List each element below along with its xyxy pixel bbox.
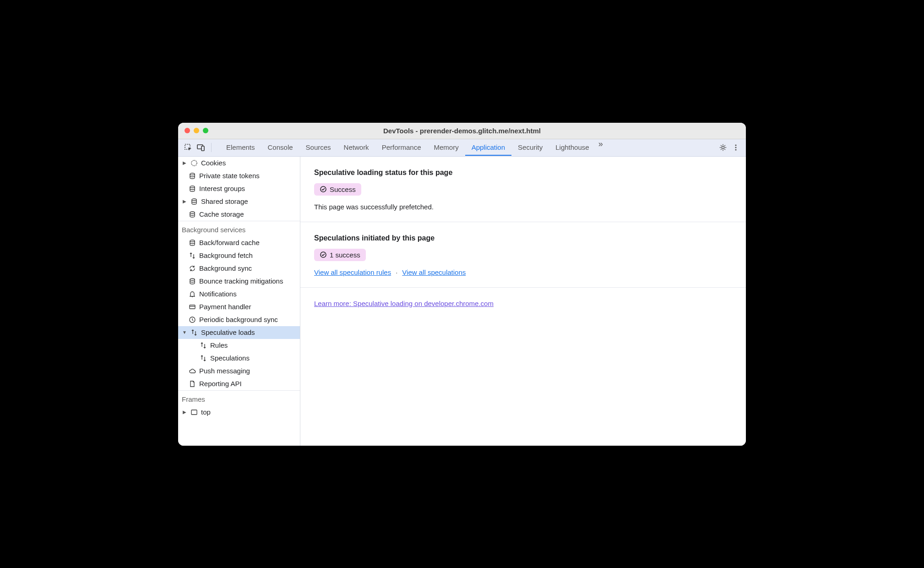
separator-dot: ·	[396, 268, 397, 276]
frame-icon	[190, 408, 198, 416]
learn-more-section: Learn more: Speculative loading on devel…	[300, 288, 746, 319]
sidebar-item-label: Notifications	[199, 290, 237, 298]
svg-point-7	[191, 160, 197, 166]
tab-security[interactable]: Security	[511, 139, 549, 156]
tab-lighthouse[interactable]: Lighthouse	[549, 139, 595, 156]
svg-point-5	[735, 147, 736, 148]
sidebar-group-frames: Frames	[178, 390, 300, 406]
separator	[211, 143, 212, 152]
sidebar-item-private-state-tokens[interactable]: Private state tokens	[178, 169, 300, 182]
svg-point-8	[190, 173, 195, 175]
links-row: View all speculation rules · View all sp…	[314, 268, 732, 276]
sidebar-item-cookies[interactable]: ▶ Cookies	[178, 157, 300, 169]
close-button[interactable]	[185, 128, 190, 133]
svg-point-11	[190, 212, 195, 213]
sidebar-item-interest-groups[interactable]: Interest groups	[178, 182, 300, 195]
sidebar-item-bounce-tracking[interactable]: Bounce tracking mitigations	[178, 275, 300, 288]
svg-rect-2	[201, 146, 204, 151]
sidebar-item-payment-handler[interactable]: Payment handler	[178, 300, 300, 313]
database-icon	[190, 197, 198, 206]
chevron-down-icon: ▼	[182, 330, 187, 335]
sidebar-item-speculative-loads[interactable]: ▼ Speculative loads	[178, 326, 300, 339]
status-text: This page was successfully prefetched.	[314, 203, 732, 211]
sidebar-item-background-fetch[interactable]: Background fetch	[178, 249, 300, 262]
bell-icon	[188, 290, 196, 298]
sidebar-item-label: Private state tokens	[199, 172, 260, 180]
sidebar-item-cache-storage[interactable]: Cache storage	[178, 208, 300, 221]
initiated-badge: 1 success	[314, 249, 366, 261]
svg-point-4	[735, 144, 736, 146]
chevron-right-icon: ▶	[182, 410, 187, 415]
sync-icon	[188, 264, 196, 273]
toolbar: Elements Console Sources Network Perform…	[178, 139, 746, 157]
database-icon	[188, 210, 196, 218]
document-icon	[188, 380, 196, 388]
chevron-right-icon: ▶	[182, 199, 187, 204]
badge-label: 1 success	[330, 251, 360, 259]
sidebar-item-label: Speculations	[210, 354, 250, 362]
link-view-rules[interactable]: View all speculation rules	[314, 268, 391, 276]
sidebar-item-label: Back/forward cache	[199, 239, 260, 246]
sidebar-item-background-sync[interactable]: Background sync	[178, 262, 300, 275]
tab-application[interactable]: Application	[465, 139, 511, 156]
sidebar-item-top-frame[interactable]: ▶ top	[178, 406, 300, 419]
sidebar-item-label: Cookies	[201, 159, 226, 167]
sidebar-item-back-forward-cache[interactable]: Back/forward cache	[178, 236, 300, 249]
sidebar-item-label: Bounce tracking mitigations	[199, 277, 283, 285]
cloud-icon	[188, 367, 196, 375]
device-toggle-icon[interactable]	[196, 142, 207, 153]
sidebar-item-label: Background sync	[199, 264, 252, 272]
sidebar-item-label: Speculative loads	[201, 328, 255, 336]
status-badge: Success	[314, 183, 361, 196]
svg-point-3	[722, 146, 724, 148]
status-section: Speculative loading status for this page…	[300, 157, 746, 222]
settings-icon[interactable]	[717, 142, 728, 153]
link-view-speculations[interactable]: View all speculations	[402, 268, 466, 276]
body: ▶ Cookies Private state tokens Interest …	[178, 157, 746, 446]
svg-rect-14	[190, 305, 195, 309]
tab-elements[interactable]: Elements	[220, 139, 261, 156]
sidebar-item-label: Periodic background sync	[199, 316, 278, 323]
svg-point-12	[190, 240, 195, 242]
tab-performance[interactable]: Performance	[375, 139, 428, 156]
sidebar-item-notifications[interactable]: Notifications	[178, 288, 300, 300]
maximize-button[interactable]	[203, 128, 208, 133]
transfer-icon	[199, 341, 207, 350]
sidebar-item-label: Cache storage	[199, 210, 244, 218]
sidebar-item-label: Payment handler	[199, 303, 251, 311]
sidebar-item-rules[interactable]: Rules	[178, 339, 300, 352]
svg-point-13	[190, 279, 195, 280]
svg-rect-16	[191, 410, 197, 415]
svg-point-9	[190, 186, 195, 188]
minimize-button[interactable]	[194, 128, 199, 133]
sidebar-item-label: Reporting API	[199, 380, 242, 388]
more-icon[interactable]	[730, 142, 741, 153]
database-icon	[188, 239, 196, 247]
tab-network[interactable]: Network	[337, 139, 375, 156]
sidebar-item-speculations[interactable]: Speculations	[178, 352, 300, 365]
titlebar: DevTools - prerender-demos.glitch.me/nex…	[178, 123, 746, 139]
sidebar-item-label: top	[201, 408, 211, 416]
sidebar-item-periodic-sync[interactable]: Periodic background sync	[178, 313, 300, 326]
tab-memory[interactable]: Memory	[428, 139, 465, 156]
inspect-icon[interactable]	[183, 142, 194, 153]
status-heading: Speculative loading status for this page	[314, 169, 732, 177]
database-icon	[188, 172, 196, 180]
tab-console[interactable]: Console	[261, 139, 299, 156]
window-title: DevTools - prerender-demos.glitch.me/nex…	[383, 127, 541, 135]
tab-sources[interactable]: Sources	[299, 139, 337, 156]
initiated-section: Speculations initiated by this page 1 su…	[300, 222, 746, 288]
panel-tabs: Elements Console Sources Network Perform…	[220, 139, 716, 156]
sidebar-item-shared-storage[interactable]: ▶ Shared storage	[178, 195, 300, 208]
transfer-icon	[199, 354, 207, 362]
sidebar-item-reporting-api[interactable]: Reporting API	[178, 377, 300, 390]
check-circle-icon	[320, 251, 327, 258]
sidebar-item-push-messaging[interactable]: Push messaging	[178, 365, 300, 377]
svg-point-6	[735, 149, 736, 150]
link-learn-more[interactable]: Learn more: Speculative loading on devel…	[314, 300, 494, 307]
transfer-icon	[190, 328, 198, 337]
database-icon	[188, 185, 196, 193]
sidebar-item-label: Interest groups	[199, 185, 245, 192]
initiated-heading: Speculations initiated by this page	[314, 234, 732, 242]
tabs-overflow-icon[interactable]: »	[596, 139, 606, 156]
